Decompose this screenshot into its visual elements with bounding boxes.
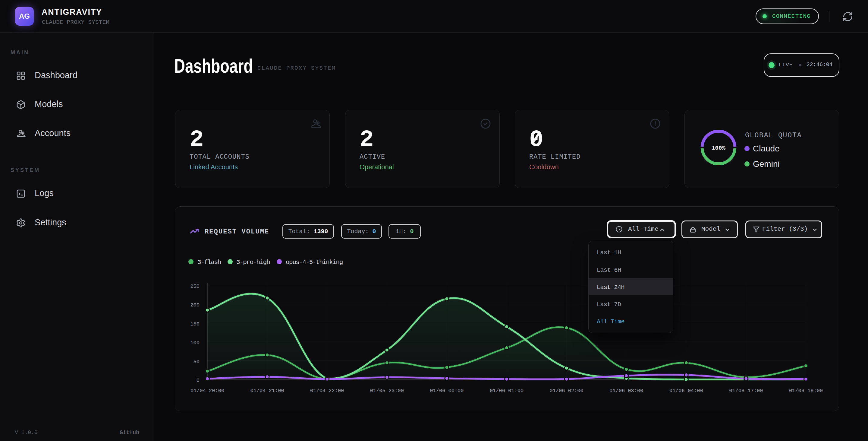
svg-text:01/04 21:00: 01/04 21:00 — [250, 388, 284, 394]
svg-text:01/06 00:00: 01/06 00:00 — [430, 388, 464, 394]
svg-text:01/06 02:00: 01/06 02:00 — [550, 388, 583, 394]
svg-text:01/06 03:00: 01/06 03:00 — [610, 388, 643, 394]
svg-text:01/06 04:00: 01/06 04:00 — [670, 388, 703, 394]
svg-text:01/05 23:00: 01/05 23:00 — [370, 388, 404, 394]
svg-text:200: 200 — [190, 302, 199, 308]
svg-text:100%: 100% — [712, 145, 725, 151]
svg-text:01/08 18:00: 01/08 18:00 — [789, 388, 823, 394]
svg-text:01/04 20:00: 01/04 20:00 — [190, 388, 224, 394]
svg-text:100: 100 — [190, 340, 199, 346]
svg-text:01/08 17:00: 01/08 17:00 — [729, 388, 763, 394]
svg-text:0: 0 — [196, 378, 199, 383]
svg-text:01/04 22:00: 01/04 22:00 — [310, 388, 344, 394]
svg-text:50: 50 — [193, 359, 199, 365]
svg-text:150: 150 — [190, 321, 199, 327]
svg-text:250: 250 — [190, 284, 199, 289]
svg-text:01/06 01:00: 01/06 01:00 — [490, 388, 524, 394]
